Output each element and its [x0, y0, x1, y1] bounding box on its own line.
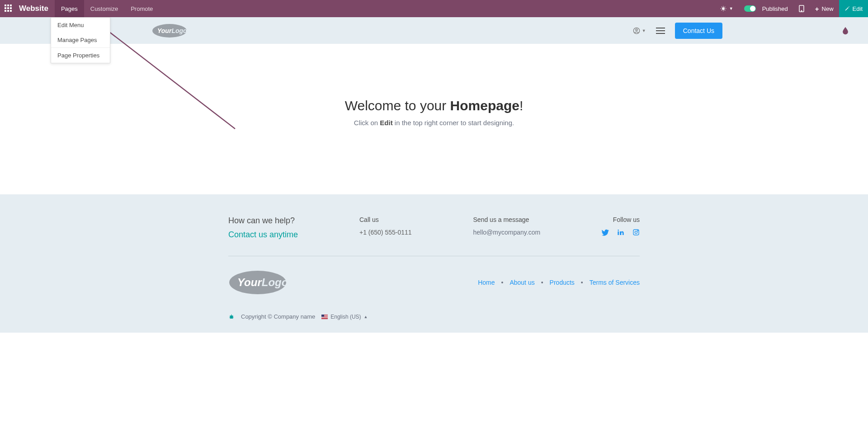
- footer-help-col: How can we help? Contact us anytime: [228, 216, 298, 240]
- edit-button[interactable]: Edit: [839, 0, 868, 17]
- page-content: Welcome to your Homepage! Click on Edit …: [0, 44, 868, 194]
- footer-msg-col: Send us a message hello@mycompany.com: [473, 216, 541, 240]
- welcome-bold: Homepage: [450, 98, 519, 113]
- welcome-pre: Welcome to your: [345, 98, 450, 113]
- site-header-right: ▼ Contact Us: [633, 23, 850, 39]
- sub-post: in the top right corner to start designi…: [393, 119, 514, 127]
- instagram-icon[interactable]: [632, 229, 640, 236]
- footer-help-title: How can we help?: [228, 216, 298, 226]
- footer-columns: How can we help? Contact us anytime Call…: [228, 216, 640, 256]
- svg-point-7: [636, 29, 637, 31]
- svg-point-2: [801, 10, 802, 11]
- footer-contact-link[interactable]: Contact us anytime: [228, 230, 298, 239]
- sub-pre: Click on: [354, 119, 380, 127]
- user-menu[interactable]: ▼: [633, 27, 646, 34]
- menu-pages[interactable]: Pages: [55, 0, 84, 17]
- footer-call-title: Call us: [359, 216, 412, 223]
- bug-icon[interactable]: [228, 314, 235, 320]
- footer-social: [602, 229, 640, 236]
- apps-icon[interactable]: [5, 5, 13, 13]
- new-label: New: [822, 5, 834, 12]
- footer-row-3: Copyright © Company name English (US) ▲: [228, 313, 640, 320]
- mobile-icon: [799, 5, 804, 12]
- copyright-text: Copyright © Company name: [241, 313, 315, 320]
- welcome-post: !: [519, 98, 523, 113]
- language-label: English (US): [330, 314, 361, 320]
- footer-email[interactable]: hello@mycompany.com: [473, 229, 541, 236]
- welcome-subline: Click on Edit in the top right corner to…: [0, 119, 868, 127]
- flag-icon: [321, 315, 328, 319]
- footer-follow-title: Follow us: [602, 216, 640, 223]
- footer-link-terms[interactable]: Terms of Services: [590, 279, 640, 286]
- pencil-icon: [844, 6, 850, 11]
- pages-dropdown: Edit Menu Manage Pages Page Properties: [51, 17, 110, 63]
- svg-rect-17: [321, 317, 328, 317]
- footer-call-col: Call us +1 (650) 555-0111: [359, 216, 412, 240]
- svg-rect-19: [321, 315, 324, 317]
- top-bar: Website Pages Customize Promote ▼ Publis…: [0, 0, 868, 17]
- footer-logo[interactable]: YourLogo: [228, 270, 287, 295]
- linkedin-icon[interactable]: [617, 229, 624, 236]
- svg-text:YourLogo: YourLogo: [157, 27, 187, 34]
- dropdown-edit-menu[interactable]: Edit Menu: [51, 18, 110, 33]
- mobile-preview-button[interactable]: [793, 0, 810, 17]
- published-label: Published: [762, 5, 788, 12]
- topbar-right: ▼ Published + New Edit: [715, 0, 868, 17]
- footer-msg-title: Send us a message: [473, 216, 541, 223]
- theme-color-icon[interactable]: [841, 26, 850, 36]
- svg-rect-18: [321, 318, 328, 318]
- svg-point-10: [637, 230, 638, 231]
- bug-icon: [720, 5, 726, 12]
- svg-text:YourLogo: YourLogo: [237, 276, 287, 288]
- language-selector[interactable]: English (US) ▲: [321, 314, 368, 320]
- brand-label: Website: [19, 4, 48, 13]
- dropdown-page-properties[interactable]: Page Properties: [51, 48, 110, 63]
- debug-dropdown[interactable]: ▼: [715, 0, 739, 17]
- footer-phone: +1 (650) 555-0111: [359, 229, 412, 236]
- caret-up-icon: ▲: [364, 315, 368, 319]
- hamburger-menu[interactable]: [656, 28, 665, 34]
- footer-link-about[interactable]: About us: [509, 279, 534, 286]
- sub-bold: Edit: [380, 119, 392, 127]
- top-menu: Pages Customize Promote: [55, 0, 159, 17]
- caret-down-icon: ▼: [642, 28, 646, 33]
- site-header: YourLogo ▼ Contact Us: [0, 17, 868, 44]
- svg-point-9: [635, 231, 637, 233]
- footer-follow-col: Follow us: [602, 216, 640, 240]
- caret-down-icon: ▼: [729, 6, 733, 11]
- user-icon: [633, 27, 640, 34]
- published-toggle[interactable]: Published: [739, 0, 793, 17]
- svg-point-0: [722, 7, 725, 10]
- footer-separator: [228, 256, 640, 256]
- plus-icon: +: [815, 5, 819, 13]
- toggle-icon: [744, 5, 756, 12]
- footer-link-home[interactable]: Home: [478, 279, 495, 286]
- footer-nav-links: Home• About us• Products• Terms of Servi…: [478, 279, 640, 286]
- site-logo[interactable]: YourLogo: [152, 23, 187, 38]
- dropdown-manage-pages[interactable]: Manage Pages: [51, 33, 110, 47]
- footer-row-2: YourLogo Home• About us• Products• Terms…: [228, 270, 640, 295]
- twitter-icon[interactable]: [602, 229, 609, 236]
- menu-customize[interactable]: Customize: [84, 0, 124, 17]
- menu-promote[interactable]: Promote: [124, 0, 159, 17]
- welcome-heading: Welcome to your Homepage!: [0, 98, 868, 113]
- edit-label: Edit: [853, 5, 863, 12]
- footer-link-products[interactable]: Products: [550, 279, 575, 286]
- new-button[interactable]: + New: [810, 0, 839, 17]
- site-footer: How can we help? Contact us anytime Call…: [0, 194, 868, 333]
- contact-us-button[interactable]: Contact Us: [675, 23, 722, 39]
